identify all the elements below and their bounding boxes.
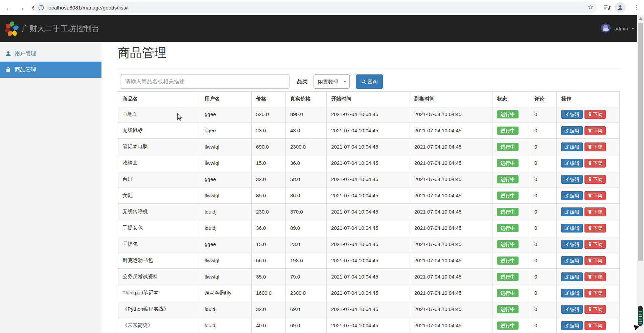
remove-button[interactable]: 下架 [584,207,606,216]
edit-button[interactable]: 编辑 [561,289,583,297]
actions-cell: 编辑 下架 [557,171,620,187]
actions-cell: 编辑 下架 [557,269,620,285]
app-navbar: 广财大二手工坊控制台 admin [0,15,644,42]
trash-icon [588,258,592,263]
edit-button[interactable]: 编辑 [561,142,583,151]
status-cell: 进行中 [492,285,530,301]
start-time-cell: 2021-07-04 10:04:45 [327,155,410,171]
remove-button[interactable]: 下架 [584,224,606,232]
edit-button[interactable]: 编辑 [561,110,583,119]
remove-button[interactable]: 下架 [584,110,606,119]
scrollbar-up-arrow-icon[interactable] [639,17,643,20]
remove-button[interactable]: 下架 [584,191,606,200]
edit-button[interactable]: 编辑 [561,175,583,184]
user-name-cell: llwwlql [200,155,252,171]
edit-button[interactable]: 编辑 [561,159,583,168]
status-cell: 进行中 [492,123,530,139]
edit-button[interactable]: 编辑 [561,207,583,216]
comments-cell: 0 [530,301,557,317]
comments-cell: 0 [530,139,557,155]
remove-button[interactable]: 下架 [584,305,606,314]
actions-cell: 编辑 下架 [557,106,620,123]
start-time-cell: 2021-07-04 10:04:45 [327,285,410,301]
edit-button-label: 编辑 [570,307,579,312]
sidebar-item-goods[interactable]: 商品管理 [0,62,101,78]
edit-button-label: 编辑 [570,177,579,182]
browser-forward-icon[interactable]: → [16,3,26,13]
page-scrollbar[interactable] [637,15,644,333]
remove-button[interactable]: 下架 [584,256,606,265]
edit-button[interactable]: 编辑 [561,224,583,232]
edit-button[interactable]: 编辑 [561,126,583,135]
sidebar: 用户管理 商品管理 [0,42,101,333]
status-cell: 进行中 [492,155,530,171]
site-info-icon[interactable] [38,5,44,10]
browser-profile-icon[interactable] [615,2,626,13]
playlist-extension-icon[interactable] [603,3,612,13]
table-row: 山地车 ggee 520.0 890.0 2021-07-04 10:04:45… [118,106,620,123]
end-time-cell: 2021-07-04 10:04:45 [410,204,492,220]
trash-icon [588,177,592,181]
table-row: 台灯 ggee 32.0 58.0 2021-07-04 10:04:45 20… [118,171,620,187]
start-time-cell: 2021-07-04 10:04:45 [327,139,410,155]
status-badge: 进行中 [497,175,519,183]
user-name-cell: llwwlql [200,187,252,204]
category-select[interactable]: 闲置数码 [314,74,350,89]
edit-button-label: 编辑 [570,145,579,149]
edit-button[interactable]: 编辑 [561,272,583,281]
end-time-cell: 2021-07-04 10:04:45 [410,285,492,301]
end-time-cell: 2021-07-04 10:04:45 [410,317,492,333]
start-time-cell: 2021-07-04 10:04:45 [327,187,410,204]
remove-button[interactable]: 下架 [584,142,606,151]
remove-button[interactable]: 下架 [584,289,606,297]
edit-icon [565,145,569,149]
sidebar-item-label: 商品管理 [15,66,36,73]
remove-button[interactable]: 下架 [584,272,606,281]
edit-button[interactable]: 编辑 [561,256,583,265]
remove-button[interactable]: 下架 [584,126,606,135]
query-button[interactable]: 查询 [356,74,383,89]
remove-button[interactable]: 下架 [584,175,606,184]
table-row: 公务员考试资料 llwwlql 35.0 79.0 2021-07-04 10:… [118,269,620,285]
browser-menu-icon[interactable]: ⋮ [632,3,641,12]
shopping-bag-icon [5,67,11,73]
user-avatar [600,23,611,34]
remove-button[interactable]: 下架 [584,321,606,330]
status-cell: 进行中 [492,317,530,333]
status-badge: 进行中 [497,127,519,135]
edit-button[interactable]: 编辑 [561,240,583,249]
actions-cell: 编辑 下架 [557,187,620,204]
end-time-cell: 2021-07-04 10:04:45 [410,252,492,269]
table-row: 《Python编程实践》 lduldj 32.0 69.0 2021-07-04… [118,301,620,317]
address-bar[interactable]: localhost:8081/manage/goods/list# ☆ [34,2,597,13]
scrollbar-thumb[interactable] [638,23,643,261]
browser-toolbar: ← → ↻ localhost:8081/manage/goods/list# … [0,0,644,15]
real-price-cell: 2300.0 [286,285,327,301]
column-header-price: 价格 [252,92,286,106]
remove-button[interactable]: 下架 [584,159,606,168]
sidebar-item-users[interactable]: 用户管理 [0,45,101,62]
category-label: 品类 [297,78,308,85]
price-cell: 15.0 [252,155,286,171]
search-input[interactable] [120,74,290,89]
browser-back-icon[interactable]: ← [3,3,14,13]
edit-button[interactable]: 编辑 [561,191,583,200]
trash-icon [588,242,592,246]
column-header-status: 状态 [492,92,530,106]
end-time-cell: 2021-07-04 10:04:45 [410,269,492,285]
url-text: localhost:8081/manage/goods/list# [47,5,128,10]
status-cell: 进行中 [492,252,530,269]
goods-name-cell: 公务员考试资料 [118,269,200,285]
remove-button-label: 下架 [593,177,602,182]
remove-button-label: 下架 [593,323,602,328]
bookmark-star-icon[interactable]: ☆ [588,3,593,11]
status-badge: 进行中 [497,305,519,313]
remove-button-label: 下架 [593,242,602,247]
comments-cell: 0 [530,252,557,269]
trash-icon [588,161,592,165]
edit-button[interactable]: 编辑 [561,321,583,330]
user-dropdown[interactable]: admin [600,15,635,42]
edit-button[interactable]: 编辑 [561,305,583,314]
status-cell: 进行中 [492,139,530,155]
remove-button[interactable]: 下架 [584,240,606,249]
